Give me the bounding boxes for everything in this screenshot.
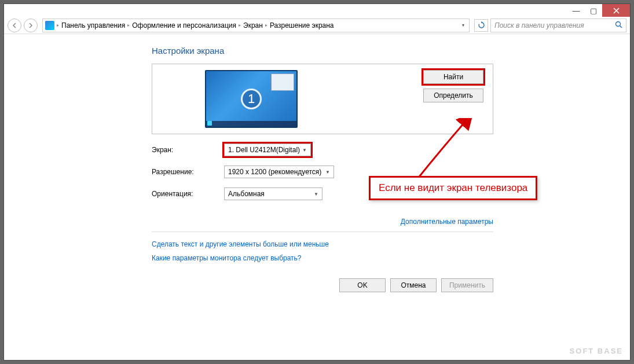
separator <box>152 231 493 232</box>
chevron-right-icon: ▸ <box>239 23 241 28</box>
monitor-preview-area[interactable]: 1 <box>162 70 341 128</box>
monitor-number: 1 <box>241 89 262 109</box>
chevron-down-icon: ▼ <box>302 148 307 153</box>
close-button[interactable] <box>602 4 630 17</box>
start-icon <box>207 121 212 126</box>
orientation-value: Альбомная <box>228 190 265 198</box>
chevron-right-icon: ▸ <box>265 23 267 28</box>
taskbar-icon <box>206 121 296 127</box>
ok-button[interactable]: OK <box>339 278 386 292</box>
page-title: Настройки экрана <box>152 46 493 56</box>
display-label: Экран: <box>152 146 224 154</box>
search-box[interactable] <box>490 19 626 32</box>
forward-button[interactable] <box>24 19 38 32</box>
titlebar: — ▢ <box>4 4 630 17</box>
display-dropdown[interactable]: 1. Dell U2412M(Digital) ▼ <box>224 144 311 156</box>
detect-button[interactable]: Найти <box>423 70 483 84</box>
arrow-left-icon <box>12 23 17 28</box>
breadcrumb-item[interactable]: Экран <box>243 21 263 30</box>
chevron-right-icon: ▸ <box>127 23 130 28</box>
control-panel-icon <box>45 21 54 30</box>
close-icon <box>613 8 620 14</box>
mini-window-icon <box>271 73 294 91</box>
display-value: 1. Dell U2412M(Digital) <box>228 146 300 154</box>
breadcrumb[interactable]: ▸ Панель управления ▸ Оформление и персо… <box>42 19 470 32</box>
chevron-right-icon: ▸ <box>57 23 59 28</box>
text-size-link[interactable]: Сделать текст и другие элементы больше и… <box>152 240 493 248</box>
content-area: Настройки экрана 1 Найти Определить <box>4 34 630 360</box>
window: — ▢ ▸ Панель управления ▸ Оформление и п… <box>3 3 631 361</box>
resolution-value: 1920 x 1200 (рекомендуется) <box>228 168 321 176</box>
resolution-label: Разрешение: <box>152 168 224 176</box>
navbar: ▸ Панель управления ▸ Оформление и персо… <box>4 17 630 34</box>
breadcrumb-item[interactable]: Оформление и персонализация <box>132 21 236 30</box>
identify-button[interactable]: Определить <box>423 89 483 102</box>
monitor-preview[interactable]: 1 <box>205 70 298 128</box>
back-button[interactable] <box>8 19 21 32</box>
chevron-down-icon: ▼ <box>325 170 330 175</box>
svg-point-0 <box>616 21 621 26</box>
orientation-label: Ориентация: <box>152 190 224 198</box>
display-preview-frame: 1 Найти Определить <box>152 64 493 134</box>
refresh-icon <box>478 21 485 29</box>
maximize-button[interactable]: ▢ <box>585 4 602 17</box>
search-icon <box>615 21 622 30</box>
watermark: SOFT BASE <box>570 347 623 355</box>
breadcrumb-item[interactable]: Разрешение экрана <box>270 21 334 30</box>
cancel-button[interactable]: Отмена <box>390 278 437 292</box>
advanced-settings-link[interactable]: Дополнительные параметры <box>401 218 493 226</box>
orientation-dropdown[interactable]: Альбомная ▼ <box>224 187 323 200</box>
minimize-button[interactable]: — <box>567 4 585 17</box>
arrow-right-icon <box>28 23 34 28</box>
chevron-down-icon: ▼ <box>314 192 318 197</box>
chevron-down-icon[interactable]: ▾ <box>460 23 467 28</box>
refresh-button[interactable] <box>474 19 488 32</box>
resolution-dropdown[interactable]: 1920 x 1200 (рекомендуется) ▼ <box>224 166 334 178</box>
which-settings-link[interactable]: Какие параметры монитора следует выбрать… <box>152 254 493 262</box>
search-input[interactable] <box>494 21 611 30</box>
breadcrumb-item[interactable]: Панель управления <box>61 21 125 30</box>
annotation-callout: Если не видит экран телевизора <box>369 176 537 200</box>
apply-button[interactable]: Применить <box>441 278 493 292</box>
